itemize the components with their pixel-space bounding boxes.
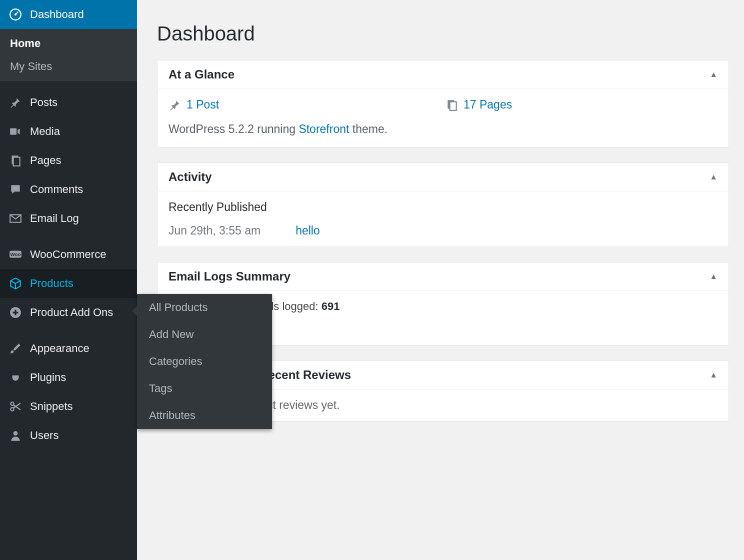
products-flyout: All Products Add New Categories Tags Att… [137,294,272,429]
sidebar-item-label: Comments [30,183,83,196]
collapse-toggle[interactable]: ▲ [710,172,718,182]
flyout-attributes[interactable]: Attributes [137,402,272,429]
collapse-toggle[interactable]: ▲ [710,272,718,281]
media-icon [8,124,23,139]
activity-title: Activity [168,170,212,184]
emaillogs-total-value: 691 [322,300,340,312]
mail-icon [8,211,23,226]
box-icon [8,276,23,291]
activity-subheading: Recently Published [168,200,718,214]
wp-version-suffix: theme. [349,122,388,136]
emaillogs-header: Email Logs Summary ▲ [158,262,728,291]
pin-icon [168,98,182,112]
pin-icon [8,95,23,110]
main-content: Dashboard At a Glance ▲ 1 Post 17 Pages [137,0,744,560]
flyout-categories[interactable]: Categories [137,348,272,375]
dashboard-icon [8,7,23,22]
emaillogs-title: Email Logs Summary [168,270,290,284]
sidebar-item-comments[interactable]: Comments [0,175,137,204]
scissors-icon [8,399,23,414]
theme-link[interactable]: Storefront [298,122,349,136]
sidebar-item-label: Snippets [30,400,73,413]
sidebar-item-appearance[interactable]: Appearance [0,334,137,363]
at-a-glance-header: At a Glance ▲ [158,60,728,89]
sidebar-item-label: Dashboard [30,8,84,21]
sidebar-item-pages[interactable]: Pages [0,146,137,175]
sidebar-item-products[interactable]: Products [0,269,137,298]
sidebar-item-snippets[interactable]: Snippets [0,392,137,421]
sidebar-item-users[interactable]: Users [0,421,137,450]
flyout-add-new[interactable]: Add New [137,321,272,348]
woocommerce-icon: Woo [8,247,23,262]
activity-post-link[interactable]: hello [296,224,320,238]
sidebar-item-woocommerce[interactable]: Woo WooCommerce [0,240,137,269]
svg-text:Woo: Woo [10,252,21,257]
comment-icon [8,182,23,197]
user-icon [8,428,23,443]
sidebar-item-label: Appearance [30,342,90,355]
sidebar-item-emaillog[interactable]: Email Log [0,204,137,233]
page-title: Dashboard [157,22,729,45]
pages-icon [8,153,23,168]
sidebar-item-productaddons[interactable]: Product Add Ons [0,298,137,327]
admin-sidebar: Dashboard Home My Sites Posts Media Page… [0,0,137,560]
svg-rect-14 [450,102,456,110]
sidebar-item-label: Products [30,277,74,290]
svg-point-12 [14,431,18,436]
svg-rect-4 [14,158,20,166]
plus-circle-icon [8,305,23,320]
brush-icon [8,341,23,356]
sidebar-item-plugins[interactable]: Plugins [0,363,137,392]
flyout-tags[interactable]: Tags [137,375,272,402]
svg-point-1 [14,14,16,16]
at-a-glance-title: At a Glance [168,68,234,82]
activity-date: Jun 29th, 3:55 am [168,224,260,238]
wp-version-line: WordPress 5.2.2 running Storefront theme… [168,120,718,138]
collapse-toggle[interactable]: ▲ [710,70,718,79]
plug-icon [8,370,23,385]
at-a-glance-box: At a Glance ▲ 1 Post 17 Pages [157,60,729,148]
sidebar-item-label: Pages [30,154,61,167]
sidebar-item-label: Product Add Ons [30,306,113,319]
sidebar-item-dashboard[interactable]: Dashboard [0,0,137,29]
flyout-all-products[interactable]: All Products [137,294,272,321]
sidebar-item-label: WooCommerce [30,248,106,261]
svg-rect-2 [10,128,16,135]
posts-count-link[interactable]: 1 Post [186,98,219,112]
sidebar-item-label: Plugins [30,371,66,384]
sidebar-item-label: Email Log [30,212,79,225]
sidebar-item-media[interactable]: Media [0,117,137,146]
sidebar-item-label: Media [30,125,60,138]
submenu-my-sites[interactable]: My Sites [0,55,137,78]
wp-version-prefix: WordPress 5.2.2 running [168,122,298,136]
sidebar-item-posts[interactable]: Posts [0,88,137,117]
pages-icon [446,98,458,112]
activity-box: Activity ▲ Recently Published Jun 29th, … [157,162,729,247]
sidebar-item-label: Users [30,429,58,442]
activity-header: Activity ▲ [158,163,728,192]
dashboard-submenu: Home My Sites [0,29,137,81]
collapse-toggle[interactable]: ▲ [710,370,718,380]
sidebar-item-label: Posts [30,96,58,109]
pages-count-link[interactable]: 17 Pages [464,98,512,112]
submenu-home[interactable]: Home [0,32,137,55]
